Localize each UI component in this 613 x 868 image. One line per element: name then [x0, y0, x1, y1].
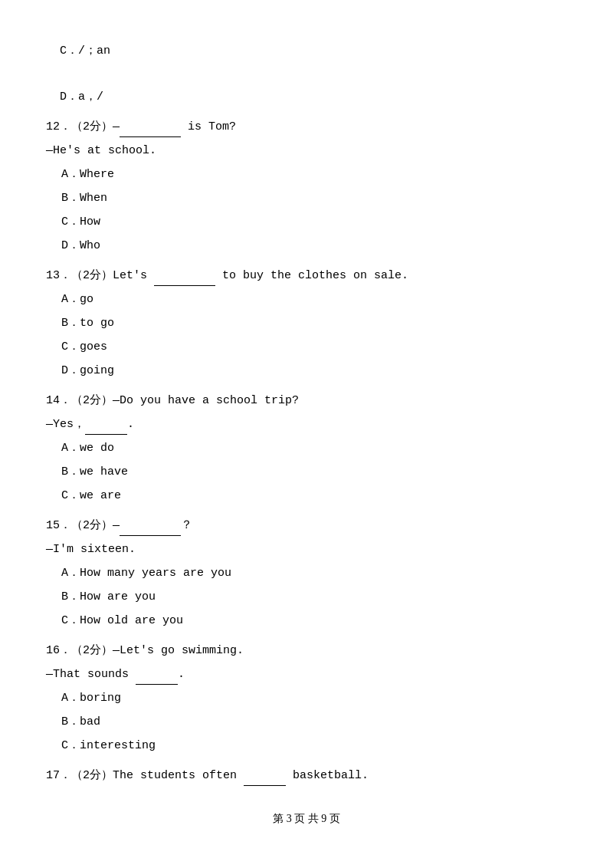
q12-a-text: A．Where — [61, 168, 114, 181]
q12-option-a: A．Where — [61, 164, 567, 185]
q16-answer: —That sounds . — [46, 664, 567, 685]
q13-prefix: 13．（2分）Let's to buy the clothes on sale. — [46, 269, 408, 282]
q13-option-a: A．go — [61, 289, 567, 310]
q12-d-text: D．Who — [61, 239, 100, 252]
q14-b-text: B．we have — [61, 465, 128, 478]
q15-c-text: C．How old are you — [61, 614, 183, 627]
q13-option-c: C．goes — [61, 337, 567, 357]
q14-a-text: A．we do — [61, 442, 114, 455]
q14-answer: —Yes，. — [46, 414, 567, 435]
q12-answer-text: —He's at school. — [46, 144, 156, 157]
q13-option-b: B．to go — [61, 313, 567, 334]
q16-prefix: 16．（2分）—Let's go swimming. — [46, 644, 244, 657]
q16-b-text: B．bad — [61, 715, 100, 728]
q16-a-text: A．boring — [61, 692, 121, 705]
q12-option-d: D．Who — [61, 235, 567, 256]
question-13: 13．（2分）Let's to buy the clothes on sale. — [46, 265, 567, 286]
question-17: 17．（2分）The students often basketball. — [46, 765, 567, 786]
q15-answer-text: —I'm sixteen. — [46, 543, 136, 556]
q12-prefix: 12．（2分）— is Tom? — [46, 120, 236, 133]
q14-option-b: B．we have — [61, 462, 567, 482]
q14-option-a: A．we do — [61, 438, 567, 459]
q12-b-text: B．When — [61, 192, 107, 205]
q14-answer-prefix: —Yes，. — [46, 418, 134, 431]
q13-d-text: D．going — [61, 364, 114, 377]
q16-c-text: C．interesting — [61, 739, 156, 752]
question-12: 12．（2分）— is Tom? — [46, 117, 567, 137]
q12-option-c: C．How — [61, 212, 567, 232]
option-d-a-slash: D．a，/ — [46, 66, 567, 107]
q15-answer: —I'm sixteen. — [46, 539, 567, 560]
q15-option-b: B．How are you — [61, 587, 567, 607]
q16-option-a: A．boring — [61, 688, 567, 709]
q13-a-text: A．go — [61, 293, 93, 306]
q16-option-b: B．bad — [61, 712, 567, 732]
q15-option-a: A．How many years are you — [61, 563, 567, 584]
q16-answer-prefix: —That sounds . — [46, 668, 185, 681]
q15-prefix: 15．（2分）—？ — [46, 519, 192, 532]
q14-prefix: 14．（2分）—Do you have a school trip? — [46, 394, 299, 407]
q15-option-c: C．How old are you — [61, 610, 567, 631]
q17-prefix: 17．（2分）The students often basketball. — [46, 769, 369, 782]
option-c-slash-an: C．/；an — [46, 20, 567, 61]
q12-answer: —He's at school. — [46, 140, 567, 161]
q12-c-text: C．How — [61, 215, 100, 229]
q12-option-b: B．When — [61, 188, 567, 209]
q14-c-text: C．we are — [61, 489, 121, 502]
option-d-a-slash-text: D．a，/ — [60, 90, 103, 104]
q14-option-c: C．we are — [61, 485, 567, 506]
q15-b-text: B．How are you — [61, 590, 156, 603]
q16-option-c: C．interesting — [61, 735, 567, 756]
page-footer-text: 第 3 页 共 9 页 — [273, 813, 340, 824]
question-15: 15．（2分）—？ — [46, 515, 567, 536]
page-footer: 第 3 页 共 9 页 — [46, 809, 567, 828]
option-c-slash-an-text: C．/；an — [60, 44, 110, 58]
question-16: 16．（2分）—Let's go swimming. — [46, 640, 567, 661]
q15-a-text: A．How many years are you — [61, 567, 231, 580]
question-14: 14．（2分）—Do you have a school trip? — [46, 390, 567, 411]
q13-c-text: C．goes — [61, 340, 107, 353]
q13-b-text: B．to go — [61, 317, 114, 330]
q13-option-d: D．going — [61, 360, 567, 381]
